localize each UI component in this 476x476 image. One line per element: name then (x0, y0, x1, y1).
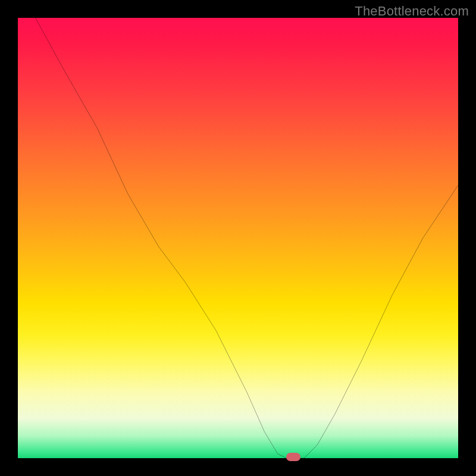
plot-area (18, 18, 458, 458)
bottleneck-curve (18, 18, 458, 458)
watermark-label: TheBottleneck.com (355, 4, 469, 19)
optimal-marker (286, 453, 300, 461)
